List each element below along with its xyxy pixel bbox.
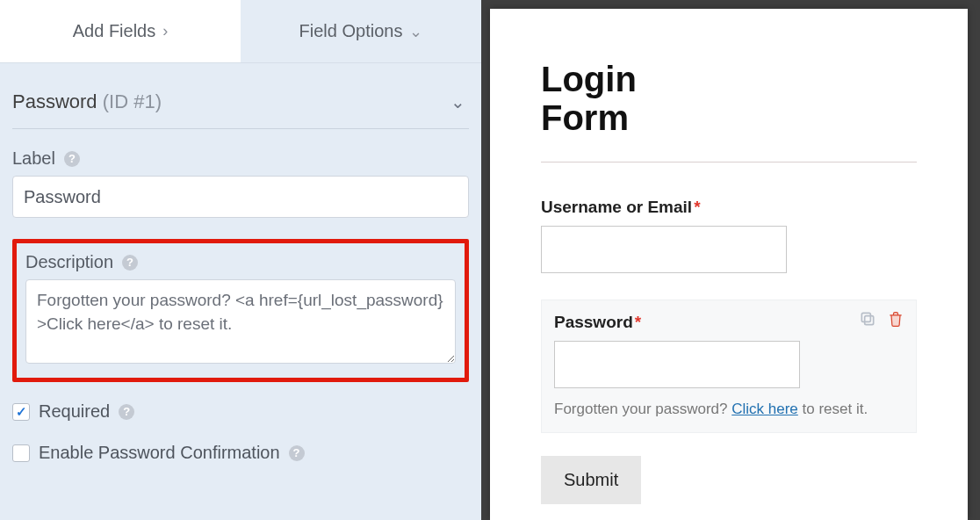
help-icon[interactable]: ?	[289, 445, 305, 461]
required-asterisk: *	[635, 313, 641, 331]
trash-icon[interactable]	[886, 309, 905, 329]
password-hint: Forgotten your password? Click here to r…	[554, 401, 904, 418]
label-section-label: Label ?	[12, 148, 469, 169]
preview-card: Login Form Username or Email*	[490, 9, 968, 520]
panel-tabs: Add Fields › Field Options ⌄	[0, 0, 481, 63]
section-text: Description	[25, 252, 113, 272]
svg-rect-0	[865, 316, 874, 325]
svg-rect-1	[861, 313, 870, 321]
enable-confirm-row: Enable Password Confirmation ?	[12, 443, 469, 463]
password-label: Password*	[554, 313, 904, 332]
field-id: (ID #1)	[103, 90, 162, 112]
chevron-right-icon: ›	[162, 22, 168, 40]
field-toolbar	[858, 309, 905, 329]
title-line1: Login	[541, 60, 637, 98]
username-input[interactable]	[541, 226, 787, 273]
field-name: Password	[12, 90, 97, 112]
hint-prefix: Forgotten your password?	[554, 401, 731, 417]
chevron-down-icon[interactable]: ⌄	[447, 88, 469, 116]
required-label: Required	[39, 401, 110, 422]
description-highlight: Description ? Forgotten your password? <…	[12, 239, 469, 382]
required-asterisk: *	[694, 198, 700, 216]
enable-confirm-checkbox[interactable]	[12, 444, 30, 462]
preview-title: Login Form	[541, 60, 917, 137]
section-text: Label	[12, 148, 55, 169]
label-text: Password	[554, 313, 633, 331]
help-icon[interactable]: ?	[64, 151, 80, 167]
tab-label: Field Options	[299, 21, 403, 41]
tab-label: Add Fields	[73, 21, 156, 41]
description-textarea[interactable]: Forgotten your password? <a href={url_lo…	[25, 279, 456, 364]
field-header-title: Password (ID #1)	[12, 90, 162, 113]
chevron-down-icon: ⌄	[409, 22, 422, 41]
submit-button[interactable]: Submit	[541, 456, 641, 504]
enable-confirm-label: Enable Password Confirmation	[39, 443, 280, 463]
divider	[541, 162, 917, 162]
tab-add-fields[interactable]: Add Fields ›	[0, 0, 241, 62]
label-input[interactable]	[12, 176, 469, 218]
preview-backdrop: Login Form Username or Email*	[481, 0, 980, 520]
label-text: Username or Email	[541, 198, 692, 216]
field-header[interactable]: Password (ID #1) ⌄	[12, 88, 469, 129]
description-section-label: Description ?	[25, 252, 456, 272]
password-field-group[interactable]: Password* Forgotten your password? Click…	[541, 300, 917, 433]
field-options-panel: Add Fields › Field Options ⌄ Password (I…	[0, 0, 481, 520]
tab-field-options[interactable]: Field Options ⌄	[241, 0, 481, 62]
help-icon[interactable]: ?	[122, 255, 138, 271]
duplicate-icon[interactable]	[858, 309, 877, 329]
reset-password-link[interactable]: Click here	[731, 401, 798, 417]
required-checkbox[interactable]	[12, 403, 30, 421]
password-input[interactable]	[554, 341, 800, 388]
hint-suffix: to reset it.	[798, 401, 868, 417]
required-row: Required ?	[12, 401, 469, 422]
title-line2: Form	[541, 98, 629, 137]
username-label: Username or Email*	[541, 198, 917, 217]
username-field-group[interactable]: Username or Email*	[541, 198, 917, 273]
help-icon[interactable]: ?	[119, 404, 134, 420]
